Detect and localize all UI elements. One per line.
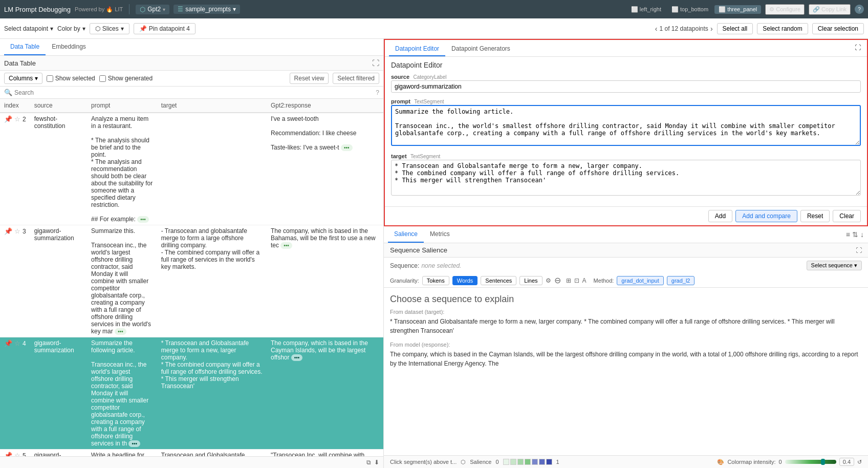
reset-button[interactable]: Reset [800, 210, 830, 222]
gran-sentences-button[interactable]: Sentences [481, 276, 516, 285]
source-field-label: source [391, 74, 409, 80]
more-chip[interactable]: ••• [137, 216, 149, 223]
color-by-dropdown[interactable]: Color by ▾ [57, 25, 85, 32]
secondary-toolbar: Select datapoint ▾ Color by ▾ ⬡ Slices ▾… [0, 18, 868, 39]
copy-icon[interactable]: ⧉ [366, 459, 371, 466]
tab-three-panel[interactable]: ⬜ three_panel [714, 5, 761, 14]
gran-resize-icon[interactable]: ⊡ [574, 277, 579, 284]
top-navigation-bar: LM Prompt Debugging Powered by 🔥 LIT ⬡ G… [0, 0, 868, 18]
data-table: index source prompt target Gpt2:response… [0, 99, 383, 456]
show-generated-checkbox[interactable]: Show generated [99, 75, 153, 82]
search-input[interactable] [14, 89, 374, 96]
more-chip[interactable]: ••• [291, 354, 303, 361]
sequence-label: Sequence: [390, 262, 419, 269]
star-icon[interactable]: ☆ [14, 452, 20, 456]
clear-selection-button[interactable]: Clear selection [812, 23, 864, 34]
gran-settings-icon[interactable]: ⚙ [546, 277, 551, 284]
more-chip[interactable]: ••• [128, 440, 140, 447]
colormap-bar[interactable] [785, 460, 836, 464]
table-row-selected[interactable]: 📌 ☆ 4 gigaword-summarization Summarize t… [0, 337, 383, 450]
gran-lines-button[interactable]: Lines [519, 276, 542, 285]
columns-button[interactable]: Columns ▾ [4, 73, 42, 84]
cell-source: fewshot-constitution [30, 113, 87, 225]
reset-view-button[interactable]: Reset view [290, 73, 329, 84]
prompt-field-textarea[interactable] [391, 105, 861, 146]
table-row[interactable]: 📌 ☆ 3 gigaword-summarization Summarize t… [0, 225, 383, 337]
download-icon[interactable]: ⬇ [374, 459, 379, 466]
datapoint-editor-actions: Add Add and compare Reset Clear [385, 206, 867, 225]
select-datapoint-dropdown[interactable]: Select datapoint ▾ [4, 25, 53, 32]
gran-grid-icon[interactable]: ⊞ [566, 277, 571, 284]
tab-datapoint-generators[interactable]: Datapoint Generators [445, 42, 516, 56]
salience-label: Salience [470, 459, 491, 465]
app-title: LM Prompt Debugging [4, 6, 71, 13]
cell-source: gigaword-summarization [30, 450, 87, 457]
gran-font-icon[interactable]: A [582, 277, 587, 284]
add-button[interactable]: Add [708, 210, 732, 222]
salience-tabs-row: Salience Metrics ≡ ⇅ ↓ [384, 226, 868, 243]
more-chip[interactable]: ••• [280, 242, 292, 249]
sequence-row: Sequence: none selected. Select sequence… [384, 258, 868, 273]
clear-button[interactable]: Clear [833, 210, 861, 222]
table-row[interactable]: 📌 ☆ 5 gigaword-summarization Write a hea… [0, 450, 383, 457]
pin-icon[interactable]: 📌 [4, 339, 12, 347]
source-field-input[interactable] [391, 80, 861, 93]
col-header-prompt: prompt [87, 99, 157, 113]
tab-datapoint-editor[interactable]: Datapoint Editor [389, 42, 445, 56]
show-selected-checkbox[interactable]: Show selected [47, 75, 95, 82]
data-table-title: Data Table [4, 59, 372, 67]
pin-icon[interactable]: 📌 [4, 452, 12, 456]
star-icon[interactable]: ☆ [14, 115, 20, 123]
expand-dp-editor-icon[interactable]: ⛶ [853, 42, 863, 56]
copy-link-button[interactable]: 🔗 Copy Link [809, 4, 851, 15]
model-selector[interactable]: ⬡ Gpt2 ▾ [136, 5, 169, 14]
from-dataset-content[interactable]: * Transocean and Globalsantafe merge to … [390, 317, 862, 335]
table-row[interactable]: 📌 ☆ 2 fewshot-constitution Analyze a men… [0, 113, 383, 225]
tab-top-bottom[interactable]: ⬜ top_bottom [667, 5, 712, 14]
help-button[interactable]: ? [855, 5, 864, 14]
search-help-icon[interactable]: ? [376, 89, 379, 96]
add-compare-button[interactable]: Add and compare [735, 210, 797, 222]
method-grad-l2-button[interactable]: grad_l2 [667, 276, 695, 285]
data-table-wrapper[interactable]: index source prompt target Gpt2:response… [0, 99, 383, 456]
gran-remove-icon[interactable]: ⊖ [554, 275, 561, 285]
cell-target: * Transocean and Globalsantafe merge to … [157, 337, 267, 450]
gran-words-button[interactable]: Words [452, 276, 478, 285]
select-all-button[interactable]: Select all [717, 23, 753, 34]
salience-sort-desc-icon[interactable]: ↓ [860, 230, 864, 239]
dataset-selector[interactable]: ☰ sample_prompts ▾ [173, 5, 240, 14]
salience-icon: ⬡ [461, 459, 466, 465]
pin-icon[interactable]: 📌 [4, 227, 12, 235]
source-field-row: source CategoryLabel [391, 73, 861, 93]
pin-icon[interactable]: 📌 [4, 115, 12, 123]
tab-salience[interactable]: Salience [388, 226, 424, 243]
salience-menu-icon[interactable]: ≡ [846, 230, 850, 239]
colormap-refresh-icon[interactable]: ↺ [857, 459, 862, 465]
colormap-value[interactable]: 0.4 [839, 458, 854, 466]
tab-embeddings[interactable]: Embeddings [46, 39, 92, 55]
tab-left-right[interactable]: ⬜ left_right [627, 5, 665, 14]
slices-button[interactable]: ⬡ Slices ▾ [90, 23, 129, 34]
configure-button[interactable]: ⚙ Configure [765, 4, 805, 15]
more-chip[interactable]: ••• [115, 328, 126, 335]
star-icon[interactable]: ☆ [14, 227, 20, 235]
nav-prev-button[interactable]: ‹ [655, 25, 658, 33]
target-field-textarea[interactable] [391, 160, 861, 196]
choose-sequence-title: Choose a sequence to explain [390, 294, 862, 305]
select-sequence-button[interactable]: Select sequence ▾ [807, 261, 862, 270]
star-icon[interactable]: ☆ [14, 339, 20, 347]
from-model-content[interactable]: The company, which is based in the Cayma… [390, 350, 862, 368]
more-chip[interactable]: ••• [341, 144, 353, 151]
tab-metrics[interactable]: Metrics [424, 226, 456, 243]
expand-table-icon[interactable]: ⛶ [372, 59, 379, 67]
select-filtered-button[interactable]: Select filtered [333, 73, 379, 84]
select-random-button[interactable]: Select random [757, 23, 808, 34]
gran-tokens-button[interactable]: Tokens [422, 276, 449, 285]
pin-datapoint-button[interactable]: 📌 Pin datapoint 4 [134, 23, 196, 34]
expand-salience-icon[interactable]: ⛶ [856, 247, 862, 254]
search-bar: 🔍 ? [0, 87, 383, 99]
nav-next-button[interactable]: › [710, 25, 713, 33]
salience-sort-icon[interactable]: ⇅ [852, 230, 858, 239]
method-grad-dot-button[interactable]: grad_dot_input [617, 276, 663, 285]
tab-data-table[interactable]: Data Table [4, 39, 46, 55]
